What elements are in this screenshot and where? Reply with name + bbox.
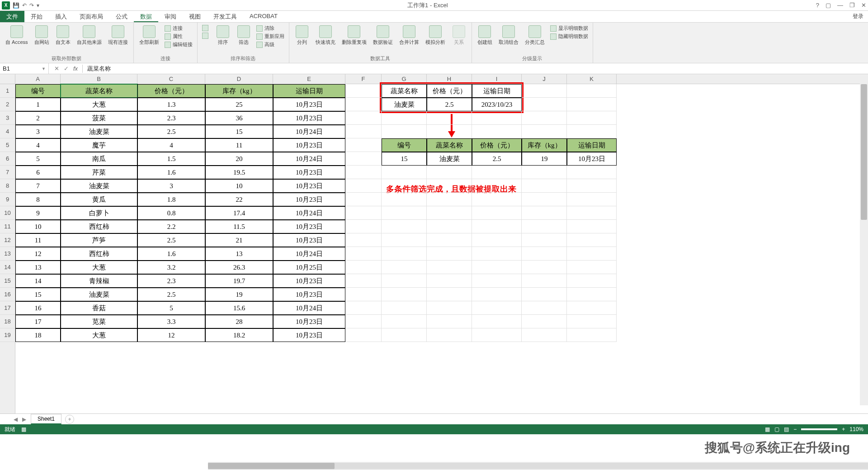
cell[interactable]: 3.2 bbox=[137, 261, 205, 274]
cell[interactable]: 22 bbox=[205, 193, 273, 206]
empty-cell[interactable] bbox=[472, 233, 522, 247]
empty-cell[interactable] bbox=[345, 179, 382, 193]
row-header[interactable]: 11 bbox=[0, 220, 15, 233]
empty-cell[interactable] bbox=[472, 274, 522, 288]
row-header[interactable]: 1 bbox=[0, 84, 15, 98]
cell[interactable]: 油麦菜 bbox=[427, 152, 472, 166]
flash-fill-button[interactable]: 快速填充 bbox=[314, 24, 337, 47]
cell[interactable]: 2.3 bbox=[137, 111, 205, 125]
cell[interactable]: 芹菜 bbox=[61, 166, 137, 179]
empty-cell[interactable] bbox=[522, 179, 567, 193]
row-header[interactable]: 19 bbox=[0, 328, 15, 342]
empty-cell[interactable] bbox=[382, 193, 427, 206]
empty-cell[interactable] bbox=[472, 125, 522, 138]
cell[interactable]: 10月24日 bbox=[273, 152, 345, 166]
empty-cell[interactable] bbox=[567, 301, 617, 315]
empty-cell[interactable] bbox=[567, 179, 617, 193]
tab-acrobat[interactable]: ACROBAT bbox=[243, 11, 284, 22]
cell[interactable]: 苋菜 bbox=[61, 315, 137, 328]
empty-cell[interactable] bbox=[522, 301, 567, 315]
zoom-in-icon[interactable]: + bbox=[842, 426, 845, 432]
empty-cell[interactable] bbox=[567, 193, 617, 206]
cell[interactable]: 10月23日 bbox=[273, 274, 345, 288]
col-header[interactable]: B bbox=[61, 74, 137, 84]
cell[interactable]: 11 bbox=[205, 138, 273, 152]
cell[interactable]: 8 bbox=[15, 193, 61, 206]
cell[interactable]: 20 bbox=[205, 152, 273, 166]
cell[interactable]: 3 bbox=[15, 125, 61, 138]
empty-cell[interactable] bbox=[382, 125, 427, 138]
cell[interactable]: 10月23日 bbox=[273, 233, 345, 247]
empty-cell[interactable] bbox=[345, 233, 382, 247]
empty-cell[interactable] bbox=[345, 125, 382, 138]
row-header[interactable]: 2 bbox=[0, 98, 15, 111]
empty-cell[interactable] bbox=[427, 247, 472, 261]
properties-button[interactable]: 属性 bbox=[164, 33, 193, 40]
cell[interactable]: 库存（kg） bbox=[205, 84, 273, 98]
tab-formulas[interactable]: 公式 bbox=[109, 11, 134, 22]
empty-cell[interactable] bbox=[345, 220, 382, 233]
cell[interactable]: 蔬菜名称 bbox=[427, 138, 472, 152]
cell[interactable]: 10月24日 bbox=[273, 206, 345, 220]
empty-cell[interactable] bbox=[382, 220, 427, 233]
empty-cell[interactable] bbox=[522, 193, 567, 206]
empty-cell[interactable] bbox=[427, 179, 472, 193]
group-button[interactable]: 创建组 bbox=[476, 24, 494, 47]
col-header[interactable]: D bbox=[205, 74, 273, 84]
horizontal-scrollbar[interactable] bbox=[208, 462, 868, 470]
select-all-corner[interactable] bbox=[0, 74, 15, 84]
cell[interactable]: 5 bbox=[137, 301, 205, 315]
save-icon[interactable]: 💾 bbox=[13, 2, 19, 9]
empty-cell[interactable] bbox=[345, 98, 382, 111]
cell[interactable]: 西红柿 bbox=[61, 247, 137, 261]
cell[interactable]: 2.5 bbox=[137, 125, 205, 138]
empty-cell[interactable] bbox=[567, 206, 617, 220]
zoom-level[interactable]: 110% bbox=[849, 426, 863, 432]
cell[interactable]: 10月23日 bbox=[273, 193, 345, 206]
empty-cell[interactable] bbox=[472, 166, 522, 179]
cell[interactable]: 油麦菜 bbox=[61, 179, 137, 193]
empty-cell[interactable] bbox=[567, 274, 617, 288]
cell[interactable]: 14 bbox=[15, 274, 61, 288]
cell[interactable]: 10月23日 bbox=[273, 328, 345, 342]
cell[interactable]: 1.3 bbox=[137, 98, 205, 111]
row-header[interactable]: 5 bbox=[0, 138, 15, 152]
col-header[interactable]: A bbox=[15, 74, 61, 84]
empty-cell[interactable] bbox=[427, 166, 472, 179]
tab-layout[interactable]: 页面布局 bbox=[73, 11, 109, 22]
empty-cell[interactable] bbox=[427, 328, 472, 342]
cell[interactable]: 11 bbox=[15, 233, 61, 247]
help-icon[interactable]: ? bbox=[816, 2, 819, 9]
cell[interactable]: 4 bbox=[15, 138, 61, 152]
empty-cell[interactable] bbox=[382, 261, 427, 274]
sheet-nav-prev[interactable]: ◀ bbox=[14, 416, 18, 423]
cell[interactable]: 西红柿 bbox=[61, 220, 137, 233]
cell[interactable]: 南瓜 bbox=[61, 152, 137, 166]
cell[interactable]: 36 bbox=[205, 111, 273, 125]
cell[interactable]: 17.4 bbox=[205, 206, 273, 220]
remove-dup-button[interactable]: 删除重复项 bbox=[340, 24, 368, 47]
connections-button[interactable]: 连接 bbox=[164, 24, 193, 32]
sort-desc-button[interactable] bbox=[201, 32, 211, 39]
col-header[interactable]: J bbox=[522, 74, 567, 84]
empty-cell[interactable] bbox=[382, 179, 427, 193]
zoom-slider[interactable] bbox=[801, 428, 837, 430]
sheet-tab-1[interactable]: Sheet1 bbox=[31, 414, 61, 424]
tab-view[interactable]: 视图 bbox=[183, 11, 207, 22]
empty-cell[interactable] bbox=[472, 193, 522, 206]
edit-links-button[interactable]: 编辑链接 bbox=[164, 41, 193, 48]
empty-cell[interactable] bbox=[567, 233, 617, 247]
cell[interactable]: 10月23日 bbox=[273, 138, 345, 152]
cell[interactable]: 10月24日 bbox=[273, 301, 345, 315]
tab-file[interactable]: 文件 bbox=[0, 11, 24, 22]
cell[interactable]: 1.6 bbox=[137, 166, 205, 179]
name-box[interactable]: B1▼ bbox=[0, 63, 49, 74]
row-header[interactable]: 7 bbox=[0, 166, 15, 179]
cell[interactable]: 2.5 bbox=[137, 288, 205, 301]
tab-dev[interactable]: 开发工具 bbox=[207, 11, 243, 22]
empty-cell[interactable] bbox=[567, 98, 617, 111]
tab-data[interactable]: 数据 bbox=[134, 11, 158, 22]
cell[interactable]: 13 bbox=[15, 261, 61, 274]
data-valid-button[interactable]: 数据验证 bbox=[371, 24, 395, 47]
empty-cell[interactable] bbox=[522, 328, 567, 342]
